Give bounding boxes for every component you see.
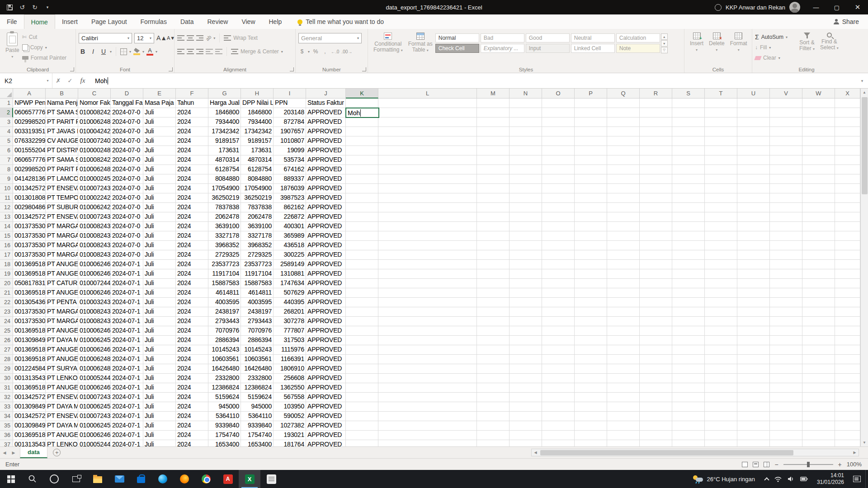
vertical-scrollbar[interactable]: ▲ ▼ bbox=[860, 89, 868, 446]
weather-widget[interactable]: 26°C Hujan ringan bbox=[688, 475, 760, 483]
cell-I1[interactable]: PPN bbox=[274, 99, 306, 108]
format-painter-button[interactable]: Format Painter bbox=[22, 53, 66, 62]
row-header-9[interactable]: 9 bbox=[0, 174, 13, 184]
accounting-format-icon[interactable]: $ bbox=[298, 48, 306, 55]
cell-Q26[interactable] bbox=[607, 336, 640, 345]
cell-D29[interactable]: 2024-07-1 bbox=[111, 364, 143, 374]
zoom-out-button[interactable]: − bbox=[774, 461, 778, 468]
cell-O32[interactable] bbox=[542, 393, 575, 402]
cell-I34[interactable]: 590052 bbox=[274, 412, 306, 421]
cell-W3[interactable] bbox=[802, 117, 835, 127]
cell-B25[interactable]: PT ANUGE bbox=[46, 326, 78, 336]
cell-L14[interactable] bbox=[378, 222, 477, 231]
cell-X15[interactable] bbox=[835, 231, 860, 241]
cell-E34[interactable]: Juli bbox=[143, 412, 176, 421]
cell-M8[interactable] bbox=[477, 165, 509, 174]
cell-O26[interactable] bbox=[542, 336, 575, 345]
cell-D21[interactable]: 2024-07-1 bbox=[111, 288, 143, 298]
cell-B12[interactable]: PT SUBUR bbox=[46, 203, 78, 212]
row-header-20[interactable]: 20 bbox=[0, 279, 13, 288]
cell-C36[interactable]: 010006246 bbox=[78, 431, 111, 440]
cell-X9[interactable] bbox=[835, 174, 860, 184]
format-cells-button[interactable]: Format ▾ bbox=[727, 31, 750, 55]
cell-H19[interactable]: 11917104 bbox=[241, 269, 274, 279]
align-middle-icon[interactable] bbox=[187, 35, 194, 41]
row-header-22[interactable]: 22 bbox=[0, 298, 13, 307]
align-bottom-icon[interactable] bbox=[196, 35, 203, 41]
cell-E28[interactable]: Juli bbox=[143, 355, 176, 364]
cell-R18[interactable] bbox=[640, 260, 672, 269]
taskbar-search-button[interactable] bbox=[22, 470, 43, 488]
cell-M32[interactable] bbox=[477, 393, 509, 402]
cell-C17[interactable]: 010008243 bbox=[78, 250, 111, 260]
cell-N19[interactable] bbox=[509, 269, 542, 279]
cell-P36[interactable] bbox=[575, 431, 607, 440]
cell-U24[interactable] bbox=[737, 317, 770, 326]
cell-H8[interactable]: 6128754 bbox=[241, 165, 274, 174]
share-button[interactable]: Share bbox=[834, 14, 868, 29]
cell-N8[interactable] bbox=[509, 165, 542, 174]
cell-W19[interactable] bbox=[802, 269, 835, 279]
page-break-view-icon[interactable] bbox=[764, 462, 769, 467]
cell-E37[interactable]: Juli bbox=[143, 440, 176, 446]
cell-J22[interactable]: APPROVED bbox=[306, 298, 346, 307]
cell-X12[interactable] bbox=[835, 203, 860, 212]
cell-H16[interactable]: 3968352 bbox=[241, 241, 274, 250]
cell-X22[interactable] bbox=[835, 298, 860, 307]
cell-R14[interactable] bbox=[640, 222, 672, 231]
cell-H2[interactable]: 1846800 bbox=[241, 108, 274, 117]
name-box-chevron-icon[interactable]: ▾ bbox=[43, 73, 52, 88]
cell-F15[interactable]: 2024 bbox=[176, 231, 208, 241]
page-layout-view-icon[interactable] bbox=[753, 462, 759, 467]
cell-Q11[interactable] bbox=[607, 193, 640, 203]
cell-K13[interactable] bbox=[346, 212, 378, 222]
cell-P31[interactable] bbox=[575, 383, 607, 393]
cell-P1[interactable] bbox=[575, 99, 607, 108]
chrome-button[interactable] bbox=[195, 470, 217, 488]
cell-G9[interactable]: 8084880 bbox=[208, 174, 241, 184]
cell-R35[interactable] bbox=[640, 421, 672, 431]
cell-G6[interactable]: 173631 bbox=[208, 146, 241, 155]
cell-K37[interactable] bbox=[346, 440, 378, 446]
cell-P26[interactable] bbox=[575, 336, 607, 345]
cell-S35[interactable] bbox=[672, 421, 705, 431]
cell-Q2[interactable] bbox=[607, 108, 640, 117]
cell-P8[interactable] bbox=[575, 165, 607, 174]
cell-J9[interactable]: APPROVED bbox=[306, 174, 346, 184]
cell-N1[interactable] bbox=[509, 99, 542, 108]
cell-R1[interactable] bbox=[640, 99, 672, 108]
cell-S16[interactable] bbox=[672, 241, 705, 250]
cell-D25[interactable]: 2024-07-1 bbox=[111, 326, 143, 336]
column-header-N[interactable]: N bbox=[509, 89, 542, 99]
column-header-O[interactable]: O bbox=[542, 89, 575, 99]
cell-F27[interactable]: 2024 bbox=[176, 345, 208, 355]
cell-R29[interactable] bbox=[640, 364, 672, 374]
cell-S5[interactable] bbox=[672, 136, 705, 146]
cell-Q30[interactable] bbox=[607, 374, 640, 383]
cell-O11[interactable] bbox=[542, 193, 575, 203]
row-header-31[interactable]: 31 bbox=[0, 383, 13, 393]
cell-I24[interactable]: 307278 bbox=[274, 317, 306, 326]
cell-L20[interactable] bbox=[378, 279, 477, 288]
cell-G15[interactable]: 3327178 bbox=[208, 231, 241, 241]
cell-C9[interactable]: 010000245 bbox=[78, 174, 111, 184]
edge-button[interactable] bbox=[152, 470, 174, 488]
cell-D18[interactable]: 2024-07-1 bbox=[111, 260, 143, 269]
cell-B37[interactable]: PT LENKO bbox=[46, 440, 78, 446]
cell-A20[interactable]: 050817831 bbox=[13, 279, 46, 288]
cell-F35[interactable]: 2024 bbox=[176, 421, 208, 431]
cell-U7[interactable] bbox=[737, 155, 770, 165]
align-top-icon[interactable] bbox=[177, 35, 184, 41]
cell-C37[interactable]: 010005244 bbox=[78, 440, 111, 446]
cell-B35[interactable]: PT DAYA M bbox=[46, 421, 78, 431]
row-header-10[interactable]: 10 bbox=[0, 184, 13, 193]
cell-P32[interactable] bbox=[575, 393, 607, 402]
cell-V21[interactable] bbox=[770, 288, 802, 298]
cell-S24[interactable] bbox=[672, 317, 705, 326]
cell-M34[interactable] bbox=[477, 412, 509, 421]
cell-R8[interactable] bbox=[640, 165, 672, 174]
gallery-down-icon[interactable]: ▼ bbox=[661, 40, 668, 47]
cell-I33[interactable]: 103950 bbox=[274, 402, 306, 412]
cell-I20[interactable]: 1747634 bbox=[274, 279, 306, 288]
cell-J11[interactable]: APPROVED bbox=[306, 193, 346, 203]
